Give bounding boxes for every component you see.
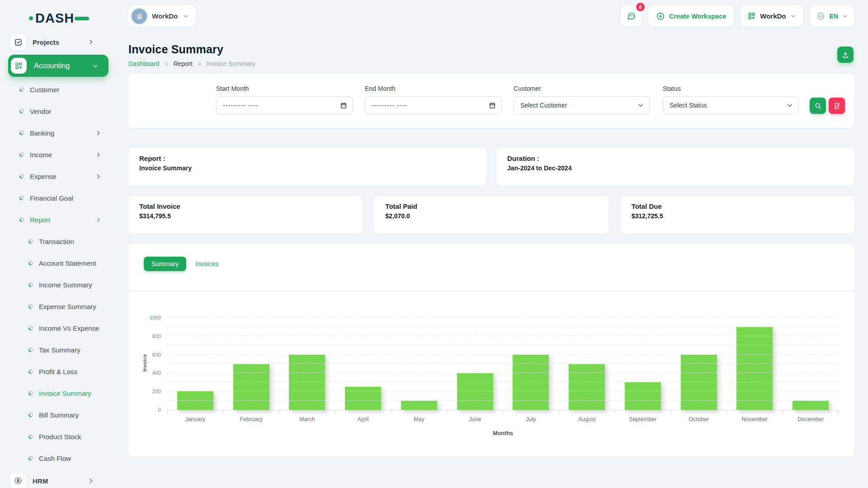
report-card: Report : Invoice Summary xyxy=(128,148,486,186)
sidebar-item-label: Account Statement xyxy=(39,259,96,267)
sidebar-item-label: Profit & Loss xyxy=(39,368,77,375)
total-paid-label: Total Paid xyxy=(385,202,597,210)
sidebar-item-label: Bill Summary xyxy=(39,411,79,419)
bar-slot-february xyxy=(223,318,279,410)
reset-filter-button[interactable] xyxy=(829,98,845,114)
end-month-input[interactable]: --------- ---- xyxy=(365,96,502,114)
bar-may[interactable] xyxy=(401,401,437,410)
bar-november[interactable] xyxy=(736,327,773,410)
tab-invoices[interactable]: Invoices xyxy=(194,257,219,271)
bar-slot-october xyxy=(671,318,727,410)
bullet-icon xyxy=(19,131,24,135)
sidebar-item-projects[interactable]: Projects xyxy=(10,34,108,50)
sidebar-item-transaction[interactable]: Transaction xyxy=(0,230,116,252)
sidebar-item-label: Income Summary xyxy=(39,281,92,289)
bar-slot-april xyxy=(335,318,391,410)
sidebar-item-income[interactable]: Income xyxy=(0,144,116,165)
create-workspace-button[interactable]: Create Workspace xyxy=(648,5,734,27)
x-tick xyxy=(503,410,559,413)
gridline xyxy=(167,382,839,382)
sidebar-item-label: Customer xyxy=(30,86,59,94)
bullet-icon xyxy=(28,347,33,352)
bullet-icon xyxy=(28,413,33,417)
calendar-icon[interactable] xyxy=(340,102,347,109)
bar-january[interactable] xyxy=(177,391,213,410)
start-month-input[interactable]: --------- ---- xyxy=(216,96,353,114)
sidebar-item-account-statement[interactable]: Account Statement xyxy=(0,252,116,274)
sidebar-item-tax-summary[interactable]: Tax Summary xyxy=(0,339,116,361)
x-tick-label: April xyxy=(335,416,391,422)
x-axis-ticks xyxy=(167,410,839,413)
sidebar-item-cash-flow[interactable]: Cash Flow xyxy=(0,447,116,469)
app-logo: DASH xyxy=(29,12,116,25)
sidebar-item-accounting[interactable]: Accounting xyxy=(8,55,108,77)
x-tick xyxy=(671,410,727,413)
messages-button[interactable]: 0 xyxy=(621,5,642,27)
chevron-down-icon xyxy=(92,63,99,69)
sidebar-item-invoice-summary[interactable]: Invoice Summary xyxy=(0,382,116,404)
sidebar-item-income-vs-expense[interactable]: Income Vs Expense xyxy=(0,317,116,339)
bar-february[interactable] xyxy=(233,364,269,410)
breadcrumb-report[interactable]: Report xyxy=(174,60,193,67)
sidebar-item-customer[interactable]: Customer xyxy=(0,79,116,100)
sidebar-item-banking[interactable]: Banking xyxy=(0,122,116,144)
sidebar-item-profit-loss[interactable]: Profit & Loss xyxy=(0,361,116,382)
download-button[interactable] xyxy=(837,47,854,63)
x-tick xyxy=(335,410,392,413)
sidebar-item-expense-summary[interactable]: Expense Summary xyxy=(0,296,116,317)
x-tick xyxy=(279,410,335,413)
status-field: Status Select Status xyxy=(663,85,799,114)
sidebar-item-vendor[interactable]: Vendor xyxy=(0,100,116,122)
sidebar-submenu: Customer Vendor Banking Income Expense F… xyxy=(0,79,116,469)
workspace-menu-button[interactable]: WorkDo xyxy=(741,5,802,27)
grid-plus-icon xyxy=(11,58,27,74)
bar-slot-september xyxy=(615,318,671,410)
sidebar-item-label: Cash Flow xyxy=(39,455,71,462)
sidebar-item-expense[interactable]: Expense xyxy=(0,165,116,187)
sidebar-item-product-stock[interactable]: Product Stock xyxy=(0,426,116,447)
bullet-icon xyxy=(19,109,24,113)
status-select[interactable]: Select Status xyxy=(663,96,799,114)
x-tick-label: December xyxy=(783,416,839,422)
sidebar-item-bill-summary[interactable]: Bill Summary xyxy=(0,404,116,426)
sidebar-item-financial-goal[interactable]: Financial Goal xyxy=(0,187,116,209)
calendar-icon[interactable] xyxy=(489,102,496,109)
x-tick-label: September xyxy=(615,416,671,422)
x-tick xyxy=(168,410,224,413)
apply-filter-button[interactable] xyxy=(810,98,826,114)
y-tick-label: 800 xyxy=(131,333,161,339)
y-tick-label: 200 xyxy=(131,389,161,394)
messages-count-badge: 0 xyxy=(636,3,645,11)
topbar: WorkDo 0 Create Workspace WorkDo xyxy=(128,0,854,27)
sidebar-item-hrm[interactable]: HRM xyxy=(10,473,108,488)
bullet-icon xyxy=(28,456,33,460)
customer-select[interactable]: Select Customer xyxy=(514,96,650,114)
breadcrumb-dashboard[interactable]: Dashboard xyxy=(128,60,160,67)
bar-slot-november xyxy=(727,318,783,410)
end-month-field: End Month --------- ---- xyxy=(365,85,502,114)
sidebar-item-report[interactable]: Report xyxy=(0,209,116,230)
x-tick-label: February xyxy=(223,416,279,422)
logo-dot-icon xyxy=(29,16,33,20)
language-selector[interactable]: EN xyxy=(810,5,854,27)
language-code: EN xyxy=(830,13,838,20)
customer-selected-value: Select Customer xyxy=(520,102,567,109)
duration-card: Duration : Jan-2024 to Dec-2024 xyxy=(496,148,854,186)
sidebar-item-label: Income Vs Expense xyxy=(39,324,99,332)
start-month-field: Start Month --------- ---- xyxy=(216,85,353,114)
workspace-selector[interactable]: WorkDo xyxy=(128,5,196,27)
total-invoice-card: Total Invoice $314,795.5 xyxy=(128,196,362,234)
tab-summary[interactable]: Summary xyxy=(144,257,186,271)
x-axis-labels: JanuaryFebruaryMarchAprilMayJuneJulyAugu… xyxy=(167,416,839,422)
bar-august[interactable] xyxy=(569,364,605,410)
bar-june[interactable] xyxy=(457,373,493,410)
sidebar-item-label: HRM xyxy=(33,477,48,485)
bar-december[interactable] xyxy=(793,401,829,410)
bullet-icon xyxy=(28,261,33,265)
bar-september[interactable] xyxy=(625,382,661,410)
bullet-icon xyxy=(28,239,33,244)
sidebar-item-label: Expense xyxy=(30,173,56,180)
sidebar-item-label: Banking xyxy=(30,129,54,137)
sidebar-item-income-summary[interactable]: Income Summary xyxy=(0,274,116,296)
bar-april[interactable] xyxy=(345,387,381,410)
